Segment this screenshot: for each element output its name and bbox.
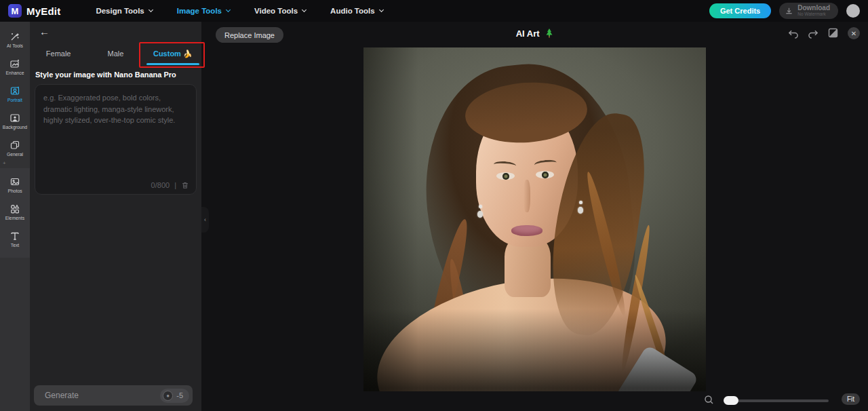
zoom-controls: Fit [201, 393, 868, 408]
nav-video-tools[interactable]: Video Tools [254, 7, 306, 15]
topbar-actions: Get Credits Download No Watermark [709, 3, 860, 19]
undo-icon[interactable] [787, 28, 799, 39]
nav-audio-tools[interactable]: Audio Tools [330, 7, 383, 15]
download-sublabel: No Watermark [797, 12, 830, 17]
sidebar-item-text[interactable]: Text [0, 225, 30, 252]
myedit-logo-text: MyEdit [26, 5, 60, 17]
top-bar: M MyEdit Design Tools Image Tools Video … [0, 0, 868, 22]
myedit-app: M MyEdit Design Tools Image Tools Video … [0, 0, 868, 411]
magnifier-icon [704, 395, 714, 405]
tab-male-label: Male [108, 50, 124, 58]
panel-collapse-button[interactable]: ‹ [201, 207, 209, 233]
sidebar-item-photos[interactable]: Photos [0, 171, 30, 198]
chevron-down-icon [226, 7, 231, 12]
portrait-icon [9, 85, 20, 96]
sidebar-divider: + [0, 161, 30, 168]
main-nav: Design Tools Image Tools Video Tools Aud… [96, 7, 382, 15]
sidebar-item-label: General [7, 152, 23, 157]
christmas-tree-icon [545, 28, 553, 40]
credit-cost-pill: ● -5 [160, 389, 189, 403]
active-tab-underline [146, 63, 199, 65]
tool-sidebar: AI Tools Enhance Portrait Background [0, 22, 30, 411]
user-avatar[interactable] [846, 4, 860, 18]
tab-male[interactable]: Male [87, 45, 144, 65]
tab-female-label: Female [46, 50, 71, 58]
trash-icon[interactable] [181, 181, 189, 189]
plus-marker: + [3, 160, 6, 166]
myedit-logo[interactable]: M MyEdit [8, 4, 60, 18]
download-label: Download [797, 5, 830, 12]
credit-cost: -5 [176, 391, 183, 399]
canvas-title: AI Art [201, 28, 868, 40]
tab-custom[interactable]: Custom 🍌 [144, 45, 201, 65]
main-area: AI Tools Enhance Portrait Background [0, 22, 868, 411]
nav-image-tools-label: Image Tools [177, 7, 222, 15]
nav-image-tools[interactable]: Image Tools [177, 7, 230, 15]
replace-image-button[interactable]: Replace Image [216, 27, 283, 43]
magic-wand-icon [9, 31, 20, 42]
redo-icon[interactable] [808, 28, 819, 39]
fit-button[interactable]: Fit [842, 393, 860, 405]
generate-label: Generate [45, 391, 79, 400]
sidebar-item-label: Photos [7, 189, 22, 193]
chevron-down-icon [302, 7, 307, 12]
canvas-title-label: AI Art [516, 28, 540, 39]
general-icon [9, 140, 20, 151]
zoom-slider-thumb[interactable] [724, 396, 738, 405]
sidebar-item-elements[interactable]: Elements [0, 198, 30, 225]
credit-coin-icon: ● [163, 391, 173, 401]
back-button[interactable]: ← [39, 26, 50, 37]
compare-before-after-icon[interactable] [828, 28, 839, 39]
canvas-toolbar: ✕ [787, 27, 860, 39]
style-prompt-input[interactable] [35, 85, 196, 172]
portrait-style-panel: ← Female Male Custom 🍌 Style your image … [30, 22, 201, 411]
sidebar-item-label: Background [3, 125, 27, 130]
nav-design-tools[interactable]: Design Tools [96, 7, 152, 15]
sidebar-item-label: Elements [5, 216, 24, 220]
style-tabs: Female Male Custom 🍌 [30, 45, 201, 65]
download-icon [785, 7, 793, 16]
chevron-down-icon [149, 7, 153, 12]
editor-canvas: Replace Image AI Art [201, 22, 868, 411]
nav-video-tools-label: Video Tools [254, 7, 298, 15]
text-icon [9, 231, 20, 241]
chevron-down-icon [379, 7, 384, 12]
sidebar-item-label: Portrait [7, 98, 22, 102]
tab-custom-label: Custom [153, 50, 181, 58]
sidebar-item-enhance[interactable]: Enhance [0, 53, 30, 80]
sidebar-item-label: Text [11, 243, 19, 248]
sidebar-item-portrait[interactable]: Portrait [0, 80, 30, 107]
nav-design-tools-label: Design Tools [96, 7, 144, 15]
sidebar-item-ai-tools[interactable]: AI Tools [0, 26, 30, 53]
nav-audio-tools-label: Audio Tools [330, 7, 375, 15]
zoom-slider[interactable] [724, 399, 829, 402]
ai-art-portrait-image [363, 47, 706, 391]
get-credits-button[interactable]: Get Credits [709, 3, 771, 18]
sidebar-item-label: Enhance [6, 71, 24, 75]
photos-icon [9, 176, 20, 187]
sidebar-item-background[interactable]: Background [0, 107, 30, 134]
prompt-box: 0/800 | [35, 84, 197, 195]
background-icon [9, 113, 20, 123]
tab-female[interactable]: Female [30, 45, 87, 65]
panel-heading: Style your image with Nano Banana Pro [30, 65, 201, 83]
counter-divider: | [174, 181, 176, 189]
enhance-icon [9, 58, 20, 69]
sidebar-item-general[interactable]: General [0, 134, 30, 161]
media-sidebar-group: Photos Elements Text [0, 168, 30, 258]
char-counter: 0/800 [151, 181, 170, 189]
myedit-logo-icon: M [8, 4, 22, 18]
sidebar-item-label: AI Tools [7, 43, 23, 48]
banana-icon: 🍌 [183, 50, 193, 58]
generate-button[interactable]: Generate ● -5 [34, 385, 193, 406]
close-icon[interactable]: ✕ [848, 27, 860, 39]
elements-icon [9, 203, 20, 214]
download-button[interactable]: Download No Watermark [779, 3, 838, 19]
